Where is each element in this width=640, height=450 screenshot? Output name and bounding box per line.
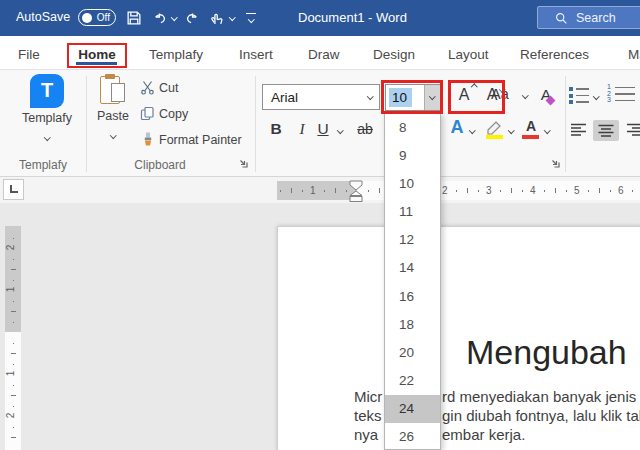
font-size-option[interactable]: 26 [385, 423, 440, 450]
body-text: teks [354, 407, 382, 424]
tab-mailings[interactable]: Mailings [628, 47, 640, 62]
word-window: AutoSave Off [0, 0, 640, 450]
font-name-chevron [367, 93, 373, 99]
font-size-dropdown: 8910111214161820222426 [384, 113, 441, 450]
copy-button[interactable]: Copy [140, 106, 188, 124]
paste-button[interactable]: Paste [88, 74, 138, 141]
clear-formatting-button[interactable]: A [533, 86, 559, 104]
bullets-chevron[interactable] [593, 93, 599, 99]
bold-button[interactable]: B [266, 120, 286, 138]
eraser-icon [546, 96, 556, 106]
ruler-margin-zone [277, 181, 357, 200]
numbering-button[interactable]: 1 2 3 [607, 85, 639, 105]
align-right-button[interactable] [624, 123, 640, 141]
underline-chevron[interactable] [337, 127, 343, 133]
undo-icon[interactable] [152, 10, 168, 26]
tab-home[interactable]: Home [78, 47, 116, 62]
tab-references[interactable]: References [520, 47, 589, 62]
tab-file[interactable]: File [18, 47, 40, 62]
format-painter-button[interactable]: Format Painter [140, 132, 242, 150]
paste-clipboard-icon [100, 74, 126, 106]
redo-icon[interactable] [184, 10, 200, 26]
scissors-icon [140, 80, 155, 95]
autosave-toggle-knob [82, 13, 92, 23]
red-box-home-tab: Home [67, 43, 127, 68]
ruler-strip: 1234561 [0, 177, 640, 203]
align-left-button[interactable] [571, 123, 589, 141]
grow-font-button[interactable]: A [452, 86, 476, 104]
copy-pages-icon [140, 106, 155, 121]
cut-button[interactable]: Cut [140, 80, 178, 98]
align-center-button[interactable] [593, 120, 619, 141]
bullets-button[interactable] [569, 87, 591, 107]
font-size-option[interactable]: 9 [385, 142, 440, 170]
body-text: rd menyediakan banyak jenis [442, 388, 636, 405]
text-effects-chevron[interactable] [469, 127, 475, 133]
font-size-combo[interactable]: 10 [385, 84, 441, 111]
font-color-bar [522, 135, 539, 139]
clipboard-dialog-launcher-icon[interactable] [238, 158, 249, 169]
font-size-option[interactable]: 11 [385, 198, 440, 226]
clipboard-group-label: Clipboard [95, 158, 225, 172]
search-icon [554, 11, 569, 26]
active-tab-underline [76, 62, 117, 65]
text-highlight-button[interactable] [484, 118, 506, 140]
vertical-ruler: 1221 [5, 226, 21, 450]
ribbon-tab-row: File Home Templafy Insert Draw Design La… [0, 36, 640, 70]
window-title: Document1 - Word [298, 10, 407, 25]
ribbon: T Templafy Templafy Paste Cut [0, 70, 640, 177]
font-size-option[interactable]: 20 [385, 339, 440, 367]
body-text: gin diubah fontnya, lalu klik tab [442, 407, 640, 424]
document-heading: Mengubah [466, 333, 627, 372]
tab-design[interactable]: Design [373, 47, 415, 62]
font-name-combo[interactable]: Arial [262, 84, 380, 110]
font-size-option[interactable]: 22 [385, 367, 440, 395]
tab-stop-selector[interactable] [3, 179, 24, 200]
tab-draw[interactable]: Draw [308, 47, 340, 62]
font-size-option[interactable]: 8 [385, 114, 440, 142]
strikethrough-button[interactable]: ab [352, 121, 378, 137]
horizontal-ruler: 1234561 [277, 181, 640, 200]
templafy-group-label: Templafy [0, 158, 86, 172]
font-color-button[interactable]: A [521, 118, 541, 134]
change-case-button[interactable]: Aa [491, 86, 527, 102]
font-color-chevron[interactable] [544, 127, 550, 133]
italic-button[interactable]: I [294, 120, 310, 138]
document-page[interactable]: Mengubah Micr rd menyediakan banyak jeni… [277, 226, 640, 450]
tab-insert[interactable]: Insert [239, 47, 273, 62]
tab-layout[interactable]: Layout [448, 47, 489, 62]
font-dialog-launcher-icon[interactable] [550, 158, 561, 169]
templafy-button[interactable]: T Templafy [8, 74, 86, 143]
undo-dropdown-chevron[interactable] [171, 14, 177, 20]
font-size-option[interactable]: 16 [385, 283, 440, 311]
body-text: embar kerja. [442, 426, 525, 443]
text-effects-button[interactable]: A [446, 117, 468, 138]
indent-markers[interactable] [349, 180, 364, 203]
templafy-icon: T [30, 74, 64, 108]
highlighter-icon [484, 118, 506, 140]
autosave-toggle[interactable]: Off [78, 9, 116, 26]
font-size-option[interactable]: 18 [385, 311, 440, 339]
font-size-option[interactable]: 12 [385, 226, 440, 254]
body-text: nya [354, 426, 378, 443]
body-text: Micr [354, 388, 382, 405]
title-bar: AutoSave Off [0, 0, 640, 36]
touch-mode-chevron[interactable] [229, 14, 235, 20]
font-size-dropdown-button[interactable] [424, 85, 440, 110]
touch-mouse-mode-icon[interactable] [208, 9, 225, 26]
font-size-option[interactable]: 14 [385, 254, 440, 282]
underline-button[interactable]: U [314, 120, 332, 138]
font-size-option[interactable]: 24 [385, 395, 440, 423]
search-box[interactable]: Search [537, 6, 640, 29]
format-painter-icon [140, 132, 155, 147]
autosave-label: AutoSave [16, 10, 70, 24]
save-icon[interactable] [126, 10, 142, 26]
search-label: Search [576, 11, 616, 25]
font-size-option[interactable]: 10 [385, 170, 440, 198]
autosave-state: Off [97, 12, 110, 23]
highlight-chevron[interactable] [508, 127, 514, 133]
tab-templafy[interactable]: Templafy [149, 47, 203, 62]
